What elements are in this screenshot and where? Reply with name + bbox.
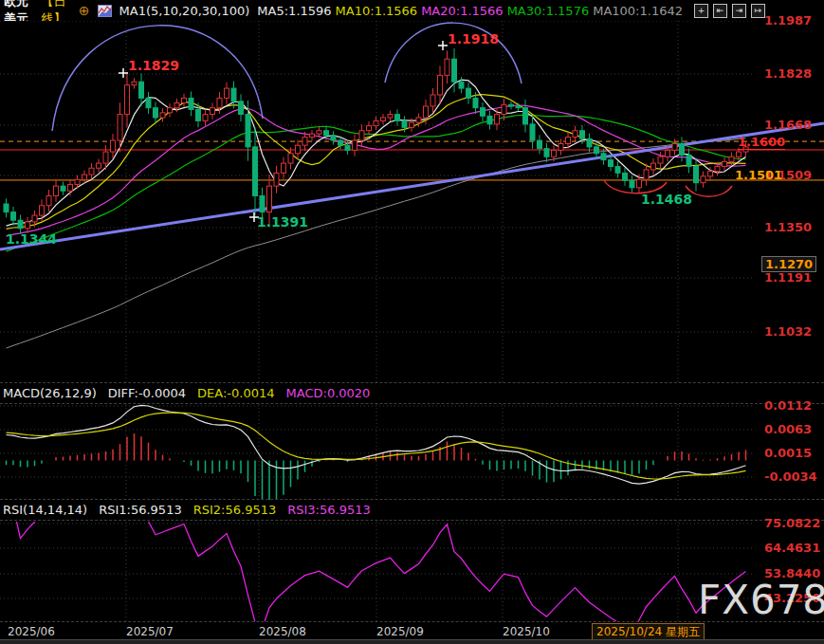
candle[interactable] [459,82,464,88]
candle[interactable] [538,140,542,149]
candle[interactable] [189,98,193,109]
candle[interactable] [267,186,272,212]
candle[interactable] [146,98,151,107]
candle[interactable] [331,136,336,140]
candle[interactable] [410,122,414,127]
candle[interactable] [26,222,30,229]
candle[interactable] [651,163,656,170]
candle[interactable] [587,138,592,147]
go-to-latest-icon[interactable]: ↦ [751,4,765,18]
candle[interactable] [288,154,293,163]
candle[interactable] [118,115,122,140]
candle[interactable] [211,108,215,115]
candle[interactable] [609,160,613,167]
candle[interactable] [89,168,94,175]
candle[interactable] [68,184,73,191]
candle[interactable] [445,59,449,75]
candle[interactable] [54,186,59,195]
candle[interactable] [630,180,634,188]
candle[interactable] [381,118,386,120]
candle[interactable] [339,140,343,145]
candle[interactable] [160,113,165,118]
candle[interactable] [523,108,528,124]
candle[interactable] [32,215,37,222]
candle[interactable] [97,163,101,168]
candle[interactable] [196,109,201,120]
candle[interactable] [637,179,642,188]
candle[interactable] [203,115,208,121]
candle[interactable] [623,173,628,180]
candle[interactable] [182,98,187,102]
compress-right-icon[interactable]: ⇥ [732,4,746,18]
candle[interactable] [46,195,51,205]
pan-tool-icon[interactable]: + [694,4,708,18]
candle[interactable] [345,145,350,150]
candle[interactable] [530,124,535,140]
candle[interactable] [666,150,670,156]
candle[interactable] [573,131,577,138]
candle[interactable] [487,116,492,124]
candle[interactable] [566,138,571,144]
candle[interactable] [246,115,250,147]
candle[interactable] [18,220,23,229]
candle[interactable] [274,173,279,186]
candle[interactable] [111,140,116,152]
candle[interactable] [694,167,699,183]
candle[interactable] [509,104,514,106]
candle[interactable] [467,88,471,98]
rsi-title[interactable]: RSI(14,14,14) [3,503,87,517]
candle[interactable] [601,154,606,160]
candle[interactable] [61,186,65,191]
candle[interactable] [103,152,108,163]
candle[interactable] [430,95,435,106]
candle[interactable] [644,170,649,179]
candle[interactable] [253,147,258,196]
candle[interactable] [125,85,130,115]
kline-thumbnail-icon[interactable] [98,5,112,17]
candle[interactable] [282,163,286,173]
candle[interactable] [317,131,321,134]
candle[interactable] [4,204,9,212]
candle[interactable] [473,98,478,107]
macd-title[interactable]: MACD(26,12,9) [3,386,97,400]
candle[interactable] [395,115,400,121]
candle[interactable] [324,131,329,136]
candle[interactable] [544,149,549,157]
candle[interactable] [481,108,485,117]
candle[interactable] [502,104,506,114]
candle[interactable] [359,131,364,140]
candle[interactable] [310,134,315,137]
candle[interactable] [217,98,222,107]
candle[interactable] [11,212,16,221]
candle[interactable] [595,147,599,154]
candle[interactable] [260,195,265,212]
candle[interactable] [658,156,663,163]
candle[interactable] [452,59,457,82]
crosshair-icon[interactable]: ⊕ [79,4,90,17]
candle[interactable] [225,88,229,98]
candle[interactable] [75,179,80,184]
candle[interactable] [558,143,563,150]
candle[interactable] [729,156,734,161]
candle[interactable] [580,131,585,139]
candle[interactable] [723,161,727,166]
candle[interactable] [296,145,301,154]
candle[interactable] [495,115,500,124]
candle[interactable] [701,176,705,183]
bottom-scrollbar[interactable] [0,639,824,644]
candle[interactable] [424,106,429,118]
compress-left-icon[interactable]: ⇤ [713,4,727,18]
candle[interactable] [388,115,393,118]
candle[interactable] [374,120,378,125]
candle[interactable] [615,167,620,174]
candle[interactable] [367,126,372,131]
alert-price-label[interactable]: 1.1501 [735,168,782,182]
candle[interactable] [672,143,677,150]
candle[interactable] [40,206,45,215]
trendline[interactable] [0,123,824,249]
alert-price-label[interactable]: 1.1600 [738,135,785,150]
candle[interactable] [353,140,357,150]
candle[interactable] [154,108,158,118]
candle[interactable] [416,118,421,122]
candle[interactable] [132,82,137,84]
